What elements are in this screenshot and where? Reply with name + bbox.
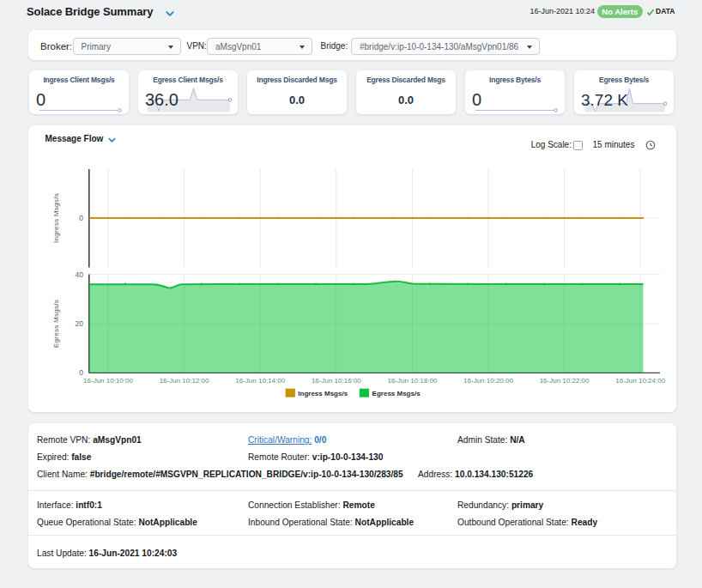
svg-text:16-Jun 10:22:00: 16-Jun 10:22:00 [540,377,590,385]
svg-text:16-Jun 10:12:00: 16-Jun 10:12:00 [160,377,209,385]
svg-text:16-Jun 10:18:00: 16-Jun 10:18:00 [387,377,437,385]
svg-text:Egress Msgs/s: Egress Msgs/s [372,390,421,397]
svg-text:16-Jun 10:16:00: 16-Jun 10:16:00 [312,377,361,385]
svg-text:Ingress Msgs/s: Ingress Msgs/s [52,193,60,243]
svg-text:16-Jun 10:24:00: 16-Jun 10:24:00 [615,377,665,385]
svg-text:0: 0 [79,214,83,222]
svg-text:16-Jun 10:14:00: 16-Jun 10:14:00 [235,377,285,385]
svg-text:16-Jun 10:10:00: 16-Jun 10:10:00 [83,377,133,385]
svg-text:16-Jun 10:20:00: 16-Jun 10:20:00 [463,377,513,385]
svg-text:0: 0 [79,368,83,377]
svg-text:40: 40 [76,270,84,279]
svg-text:20: 20 [76,319,84,328]
svg-text:Egress Msgs/s: Egress Msgs/s [52,300,60,348]
svg-text:Ingress Msgs/s: Ingress Msgs/s [298,390,348,397]
